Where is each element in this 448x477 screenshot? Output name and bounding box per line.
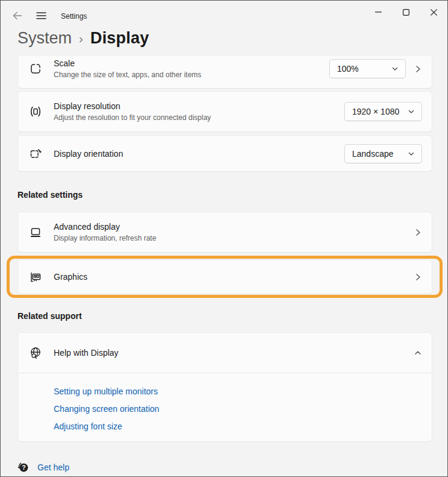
scale-icon	[29, 62, 42, 75]
related-support-header: Related support	[17, 310, 432, 322]
help-expander-header[interactable]: Help with Display	[18, 333, 432, 373]
close-icon	[431, 9, 437, 16]
display-resolution-dropdown[interactable]: 1920 × 1080	[344, 102, 422, 121]
settings-scroll-area[interactable]: Scale Change the size of text, apps, and…	[1, 56, 447, 456]
titlebar: Settings	[1, 1, 447, 30]
display-orientation-row: Display orientation Landscape	[17, 135, 432, 172]
graphics-highlight-wrap: Graphics	[17, 259, 432, 294]
settings-window: { "titlebar": { "app_title": "Settings" …	[0, 0, 448, 477]
display-resolution-row: Display resolution Adjust the resolution…	[17, 91, 432, 132]
advanced-display-title: Advanced display	[54, 221, 406, 232]
chevron-right-icon	[414, 273, 422, 282]
breadcrumb-system[interactable]: System	[17, 29, 72, 48]
advanced-display-subtitle: Display information, refresh rate	[54, 234, 406, 243]
footer: ? Get help	[17, 461, 69, 473]
display-orientation-value: Landscape	[352, 149, 394, 159]
close-button[interactable]	[420, 1, 447, 24]
breadcrumb: System › Display	[17, 29, 149, 48]
chevron-down-icon	[408, 108, 415, 115]
page-title: Display	[90, 29, 149, 48]
related-settings-header: Related settings	[17, 189, 432, 201]
scale-title: Scale	[54, 58, 329, 69]
display-resolution-subtitle: Adjust the resolution to fit your connec…	[54, 113, 344, 122]
svg-text:?: ?	[22, 464, 25, 471]
chevron-down-icon	[408, 150, 415, 157]
advanced-display-row[interactable]: Advanced display Display information, re…	[17, 212, 432, 253]
chevron-right-icon	[414, 65, 422, 74]
graphics-icon	[29, 270, 42, 283]
chevron-down-icon	[391, 65, 399, 72]
advanced-display-icon	[29, 226, 42, 239]
help-expander-title: Help with Display	[54, 347, 406, 358]
app-title: Settings	[61, 12, 87, 21]
help-link-multiple-monitors[interactable]: Setting up multiple monitors	[54, 385, 158, 397]
hamburger-menu-button[interactable]	[31, 8, 51, 24]
graphics-title: Graphics	[54, 271, 406, 282]
get-help-icon: ?	[17, 461, 30, 473]
minimize-icon	[375, 11, 382, 13]
display-resolution-icon	[29, 105, 42, 118]
help-expander-card: Help with Display Setting up multiple mo…	[17, 332, 432, 442]
chevron-up-icon	[414, 349, 422, 357]
maximize-icon	[403, 9, 409, 16]
scale-subtitle: Change the size of text, apps, and other…	[54, 71, 329, 80]
graphics-row[interactable]: Graphics	[17, 259, 432, 294]
help-globe-icon	[29, 346, 42, 359]
scale-row[interactable]: Scale Change the size of text, apps, and…	[17, 56, 432, 89]
scale-dropdown-value: 100%	[337, 64, 359, 74]
maximize-button[interactable]	[392, 1, 420, 24]
display-orientation-icon	[29, 147, 42, 160]
back-button[interactable]	[7, 8, 27, 24]
hamburger-icon	[36, 11, 46, 20]
display-orientation-dropdown[interactable]: Landscape	[344, 144, 422, 163]
help-links-section: Setting up multiple monitors Changing sc…	[18, 373, 432, 441]
display-resolution-title: Display resolution	[54, 101, 344, 112]
help-link-screen-orientation[interactable]: Changing screen orientation	[54, 403, 159, 415]
scale-dropdown[interactable]: 100%	[329, 59, 406, 78]
chevron-right-icon	[414, 228, 422, 237]
display-resolution-value: 1920 × 1080	[352, 107, 399, 116]
back-arrow-icon	[12, 11, 22, 21]
display-orientation-title: Display orientation	[54, 148, 344, 159]
help-link-font-size[interactable]: Adjusting font size	[54, 420, 122, 432]
window-controls	[364, 1, 447, 24]
minimize-button[interactable]	[364, 1, 392, 24]
breadcrumb-separator: ›	[79, 31, 83, 46]
get-help-link[interactable]: Get help	[37, 463, 69, 472]
